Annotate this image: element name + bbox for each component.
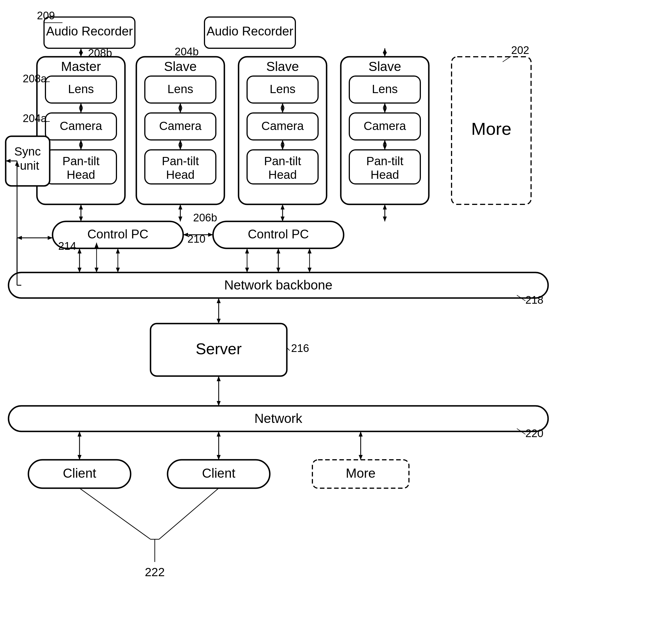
ref-222: 222 <box>145 566 165 579</box>
slave1-label: Slave <box>164 59 197 74</box>
svg-marker-31 <box>79 52 83 57</box>
control-pc-left-label: Control PC <box>87 227 148 241</box>
svg-marker-61 <box>17 236 22 240</box>
svg-marker-46 <box>383 216 387 222</box>
more-clients-label: More <box>346 466 376 481</box>
svg-marker-98 <box>308 268 311 273</box>
slave2-lens-label: Lens <box>269 82 295 96</box>
svg-line-84 <box>159 488 219 539</box>
svg-marker-65 <box>208 233 213 237</box>
client2-label: Client <box>202 466 236 481</box>
more-label-right: More <box>471 119 511 138</box>
client1-label: Client <box>63 466 96 481</box>
svg-marker-95 <box>245 268 249 273</box>
svg-marker-69 <box>217 319 221 324</box>
svg-marker-53 <box>276 268 280 273</box>
svg-marker-75 <box>78 431 82 437</box>
master-pantilt-label1: Pan-tilt <box>63 154 100 168</box>
svg-marker-76 <box>78 455 82 460</box>
slave2-camera-label: Camera <box>261 119 304 133</box>
slave3-pantilt-label1: Pan-tilt <box>366 154 403 168</box>
slave3-label: Slave <box>368 59 401 74</box>
slave3-camera-label: Camera <box>364 119 406 133</box>
svg-marker-64 <box>183 233 188 237</box>
slave2-label: Slave <box>266 59 299 74</box>
svg-marker-73 <box>217 401 221 406</box>
slave2-pantilt-label1: Pan-tilt <box>264 154 301 168</box>
ref-208a: 208a <box>23 73 47 85</box>
master-pantilt-label2: Head <box>67 168 95 181</box>
svg-marker-50 <box>78 268 82 273</box>
slave1-camera-label: Camera <box>159 119 202 133</box>
ref-220: 220 <box>525 428 543 439</box>
control-pc-right-label: Control PC <box>248 227 309 241</box>
svg-marker-40 <box>178 216 182 222</box>
svg-marker-49 <box>78 248 82 253</box>
ref-204b: 204b <box>175 46 199 58</box>
svg-marker-81 <box>359 431 362 437</box>
ref-204a: 204a <box>23 112 47 124</box>
svg-marker-79 <box>217 455 221 460</box>
slave3-lens-label: Lens <box>372 82 398 96</box>
svg-marker-91 <box>116 248 120 253</box>
ref-202: 202 <box>511 44 529 56</box>
audio-recorder-left-label: Audio Recorder <box>46 24 133 38</box>
svg-line-83 <box>80 488 151 539</box>
server-label: Server <box>196 340 242 358</box>
svg-marker-82 <box>359 455 362 460</box>
svg-marker-97 <box>308 248 311 253</box>
slave2-pantilt-label2: Head <box>268 168 297 181</box>
slave1-pantilt-label1: Pan-tilt <box>162 154 199 168</box>
diagram-container: Audio Recorder Audio Recorder 209 Master… <box>0 0 660 644</box>
master-label: Master <box>61 59 101 74</box>
slave1-pantilt-label2: Head <box>166 168 195 181</box>
svg-marker-36 <box>79 204 83 209</box>
ref-208b: 208b <box>88 47 112 59</box>
ref-206b: 206b <box>193 212 217 224</box>
svg-marker-94 <box>245 248 249 253</box>
svg-marker-52 <box>276 248 280 253</box>
svg-marker-89 <box>94 268 98 273</box>
sync-unit-label2: -unit <box>16 159 39 172</box>
svg-marker-39 <box>178 204 182 209</box>
svg-marker-60 <box>48 236 52 240</box>
slave1-lens-label: Lens <box>167 82 193 96</box>
svg-marker-72 <box>217 376 221 381</box>
svg-marker-92 <box>116 268 120 273</box>
ref-216: 216 <box>291 342 309 354</box>
network-backbone-label: Network backbone <box>224 278 333 292</box>
svg-marker-42 <box>281 204 285 209</box>
ref-209: 209 <box>37 10 55 22</box>
ref-214: 214 <box>58 240 76 252</box>
svg-marker-45 <box>383 204 387 209</box>
network-label: Network <box>255 411 303 426</box>
svg-marker-43 <box>281 216 285 222</box>
svg-marker-78 <box>217 431 221 437</box>
svg-marker-68 <box>217 298 221 303</box>
ref-218: 218 <box>525 294 543 306</box>
svg-marker-37 <box>79 216 83 222</box>
svg-marker-34 <box>383 52 387 57</box>
master-lens-label: Lens <box>68 82 94 96</box>
slave3-pantilt-label2: Head <box>371 168 399 181</box>
sync-unit-label1: Sync <box>14 145 41 158</box>
master-camera-label: Camera <box>60 119 102 133</box>
audio-recorder-right-label: Audio Recorder <box>206 24 293 38</box>
